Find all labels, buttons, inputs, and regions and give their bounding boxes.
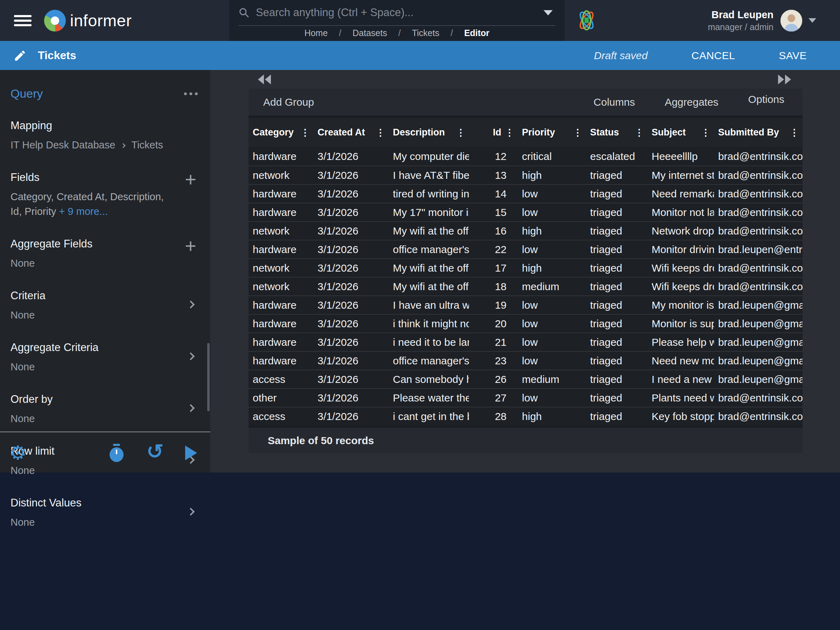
table-row[interactable]: hardware3/1/2026i think it might not b20… [248, 314, 802, 333]
add-group-button[interactable]: Add Group [263, 96, 314, 108]
settings-gear-icon[interactable]: ⚙ [9, 443, 27, 463]
column-menu-kebab-icon[interactable]: ⋮ [376, 127, 388, 138]
cell-status: triaged [586, 185, 647, 203]
table-row[interactable]: access3/1/2026Can somebody help26mediumt… [248, 369, 802, 388]
table-row[interactable]: hardware3/1/2026office manager's is s23l… [248, 351, 802, 369]
avatar[interactable] [780, 10, 802, 32]
section-label: Aggregate Fields [11, 238, 179, 250]
chevron-right-icon[interactable] [187, 301, 195, 309]
table-row[interactable]: network3/1/2026I have AT&T fiber bu13hig… [248, 166, 802, 184]
cell-category: hardware [248, 296, 313, 314]
cell-category: access [248, 407, 313, 425]
options-button[interactable]: Options [748, 93, 784, 105]
column-header-category[interactable]: Category⋮ [248, 118, 313, 147]
sidebar-section-mapping[interactable]: Mapping IT Help Desk DatabaseTickets [11, 119, 200, 152]
chevron-right-icon[interactable] [187, 508, 195, 516]
table-row[interactable]: hardware3/1/2026I have an ultra wide19lo… [248, 295, 802, 314]
column-header-subject[interactable]: Subject⋮ [647, 118, 714, 147]
column-header-status[interactable]: Status⋮ [586, 118, 647, 147]
cell-category: network [248, 166, 313, 184]
atom-icon[interactable] [575, 9, 598, 32]
cell-priority: low [518, 315, 586, 333]
sidebar-section-criteria[interactable]: Criteria None [11, 289, 200, 322]
cell-priority: high [518, 259, 586, 277]
table-row[interactable]: network3/1/2026My wifi at the office18me… [248, 277, 802, 295]
table-row[interactable]: access3/1/2026i cant get in the buil28hi… [248, 407, 802, 425]
cell-id: 19 [469, 296, 518, 314]
add-field-icon[interactable]: + [185, 171, 196, 188]
column-menu-kebab-icon[interactable]: ⋮ [701, 127, 714, 138]
cell-subject: Monitor not larg [647, 203, 714, 221]
add-aggregate-field-icon[interactable]: + [185, 238, 196, 254]
hamburger-menu-icon[interactable] [14, 13, 32, 29]
column-menu-kebab-icon[interactable]: ⋮ [573, 127, 586, 138]
sidebar-section-aggregate-criteria[interactable]: Aggregate Criteria None [11, 341, 200, 374]
column-menu-kebab-icon[interactable]: ⋮ [505, 127, 518, 138]
column-header-priority[interactable]: Priority⋮ [518, 118, 586, 147]
cell-id: 21 [469, 333, 518, 351]
run-query-play-icon[interactable] [185, 445, 197, 460]
grid-footer: Sample of 50 records [248, 428, 802, 453]
fast-forward-icon[interactable] [778, 74, 791, 84]
timer-stopwatch-icon[interactable] [109, 444, 125, 462]
refresh-icon[interactable]: ↺ [146, 441, 163, 462]
user-caret-icon[interactable] [808, 18, 816, 23]
table-row[interactable]: hardware3/1/2026i need it to be larger21… [248, 333, 802, 351]
column-label: Subject [652, 127, 686, 138]
breadcrumb-home[interactable]: Home [305, 28, 328, 38]
search-input[interactable] [256, 6, 543, 19]
table-row[interactable]: hardware3/1/2026My computer died!12criti… [248, 147, 802, 166]
mapping-source: IT Help Desk Database [11, 139, 115, 150]
table-row[interactable]: other3/1/2026Please water them.27lowtria… [248, 388, 802, 407]
sidebar-section-order-by[interactable]: Order by None [11, 393, 200, 426]
chevron-right-icon[interactable] [187, 404, 195, 412]
cell-category: hardware [248, 315, 313, 333]
mapping-value: IT Help Desk DatabaseTickets [11, 137, 179, 152]
informer-logo[interactable]: informer [44, 10, 132, 32]
sidebar-section-aggregate-fields[interactable]: Aggregate Fields + None [11, 238, 200, 270]
cell-status: triaged [586, 315, 647, 333]
section-value: None [11, 515, 179, 529]
sidebar-bottom-toolbar: ⚙ ↺ [0, 433, 210, 472]
table-row[interactable]: hardware3/1/2026My 17" monitor is su15lo… [248, 203, 802, 221]
informer-donut-icon [44, 10, 66, 32]
column-menu-kebab-icon[interactable]: ⋮ [300, 127, 313, 138]
cell-submitted-by: brad@entrinsik.com [714, 278, 802, 295]
columns-button[interactable]: Columns [594, 96, 635, 108]
table-row[interactable]: network3/1/2026My wifi at the office17hi… [248, 258, 802, 277]
chevron-right-icon [121, 143, 126, 148]
sidebar-section-fields[interactable]: Fields + Category, Created At, Descripti… [11, 171, 200, 219]
breadcrumb-editor[interactable]: Editor [464, 28, 489, 38]
column-header-description[interactable]: Description⋮ [388, 118, 469, 147]
breadcrumb-tickets[interactable]: Tickets [412, 28, 439, 38]
breadcrumb-datasets[interactable]: Datasets [352, 28, 387, 38]
fields-more-link[interactable]: + 9 more... [59, 206, 108, 217]
table-row[interactable]: network3/1/2026My wifi at the office16hi… [248, 221, 802, 240]
search-dropdown-caret-icon[interactable] [543, 10, 553, 16]
column-menu-kebab-icon[interactable]: ⋮ [789, 127, 802, 138]
cell-status: triaged [586, 278, 647, 295]
sidebar-scrollbar[interactable] [207, 343, 210, 411]
more-options-icon[interactable]: ••• [183, 88, 200, 100]
cell-status: triaged [586, 333, 647, 351]
sidebar-section-distinct-values[interactable]: Distinct Values None [11, 497, 200, 529]
column-menu-kebab-icon[interactable]: ⋮ [456, 127, 469, 138]
cancel-button[interactable]: CANCEL [691, 50, 735, 62]
save-button[interactable]: SAVE [779, 50, 807, 62]
cell-status: triaged [586, 407, 647, 425]
column-header-id[interactable]: Id⋮ [469, 118, 518, 147]
cell-description: I have AT&T fiber bu [388, 166, 469, 184]
aggregates-button[interactable]: Aggregates [665, 96, 718, 108]
column-header-created-at[interactable]: Created At⋮ [313, 118, 388, 147]
rewind-icon[interactable] [258, 74, 271, 84]
cell-submitted-by: brad@entrinsik.com [714, 389, 802, 407]
column-header-submitted-by[interactable]: Submitted By⋮ [714, 118, 802, 147]
chevron-right-icon[interactable] [187, 352, 195, 360]
column-menu-kebab-icon[interactable]: ⋮ [635, 127, 647, 138]
user-menu[interactable]: Brad Leupen manager / admin [708, 0, 840, 41]
cell-category: hardware [248, 203, 313, 221]
cell-id: 20 [469, 315, 518, 333]
table-row[interactable]: hardware3/1/2026tired of writing in my14… [248, 184, 802, 203]
cell-id: 12 [469, 147, 518, 166]
table-row[interactable]: hardware3/1/2026office manager's is s22l… [248, 240, 802, 258]
